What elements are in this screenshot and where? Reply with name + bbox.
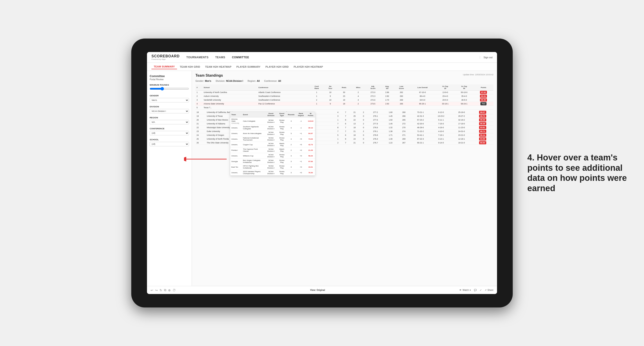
top-nav: SCOREBOARD Powered by clippi TOURNAMENTS…	[147, 52, 497, 63]
tooltip-row: Univers. Amer An Intercollegiate NCAA Di…	[230, 131, 315, 136]
nav-tournaments[interactable]: TOURNAMENTS	[186, 55, 209, 60]
table-row-highlighted: 4 Arizona State University Pac-12 Confer…	[196, 102, 494, 106]
subnav-player-summary[interactable]: PLAYER SUMMARY	[234, 65, 263, 69]
subnav-team-summary[interactable]: TEAM SUMMARY	[152, 64, 177, 69]
sidebar-division-label: Division	[150, 106, 189, 108]
share-label: Share	[488, 289, 494, 291]
nav-items: TOURNAMENTS TEAMS COMMITTEE	[186, 55, 480, 60]
points-value[interactable]: 88.70	[479, 115, 486, 118]
watch-label: Watch	[462, 289, 469, 291]
col-vs-top50: Vs Top50	[454, 84, 474, 91]
sidebar-school-section: School (All)	[150, 139, 189, 146]
points-value[interactable]: 93.31	[480, 95, 487, 98]
table-row: 1 University of North Carolina Atlantic …	[196, 91, 494, 94]
tooltip-table: Team Event Event Division Event Type Rou…	[230, 112, 315, 175]
comment-button[interactable]: 💬	[474, 289, 476, 291]
col-rnds: Rnds	[337, 84, 351, 91]
col-wins: Wins	[351, 84, 365, 91]
sidebar-conference-section: Conference (All) ACC SEC	[150, 128, 189, 135]
filter-region-value: All	[257, 80, 260, 82]
table-row: 5 Texas T...	[196, 106, 494, 110]
points-value[interactable]: 90.30	[480, 98, 487, 102]
points-value[interactable]: 86.14	[479, 134, 486, 137]
filter-gender-value: Men's	[205, 80, 211, 82]
tooltip-col-event-div: Event Division	[265, 112, 277, 117]
points-value[interactable]: 80.94	[479, 141, 486, 144]
filter-region: Region: All	[248, 80, 260, 82]
sidebar-school-label: School	[150, 139, 189, 141]
subnav-team-h2h-heatmap[interactable]: TEAM H2H HEATMAP	[203, 65, 234, 69]
col-low-overall: Low Overall	[409, 84, 436, 91]
standings-table: # School Conference ConfRank NoTour Rnds…	[196, 84, 494, 110]
col-conf-rank: ConfRank	[310, 84, 324, 91]
col-adj-score: Adj.Score	[365, 84, 380, 91]
sidebar-gender-section: Gender Men's Women's	[150, 95, 189, 102]
points-value[interactable]: 88.07	[479, 111, 486, 114]
col-avg-sg: Avg.SG	[381, 84, 394, 91]
share-button[interactable]: ↗ Share	[485, 289, 494, 291]
tooltip-col-rank-impact: Rank Impact	[296, 112, 306, 117]
expand-button[interactable]: ⤢	[480, 289, 482, 291]
col-no-tour: NoTour	[324, 84, 337, 91]
annotation-text: 4. Hover over a team's points to see add…	[527, 153, 635, 193]
col-school: School	[202, 84, 258, 91]
undo-icon[interactable]: ↩	[150, 288, 153, 292]
subnav-team-h2h-grid[interactable]: TEAM H2H GRID	[178, 65, 202, 69]
gender-select[interactable]: Men's Women's	[150, 98, 189, 102]
points-value-active[interactable]: 79.5	[480, 102, 486, 105]
sub-nav: TEAM SUMMARY TEAM H2H GRID TEAM H2H HEAT…	[147, 63, 497, 71]
watch-button[interactable]: 👁 Watch ▾	[459, 289, 471, 291]
eye-icon: 👁	[459, 289, 462, 291]
watch-chevron-icon: ▾	[470, 289, 471, 291]
tooltip-row: Arizona StateUniversity Cato-Collegiate …	[230, 117, 315, 125]
col-points: Points	[474, 84, 494, 91]
more-icon[interactable]: ⊕	[168, 288, 171, 292]
tooltip-row: Georgia Ben Hogan Collegiate Invitationa…	[230, 159, 315, 164]
view-original-label[interactable]: View: Original	[310, 289, 325, 291]
tooltip-row: Univers. National Invitational Tournamen…	[230, 136, 315, 142]
subnav-player-h2h-heatmap[interactable]: PLAYER H2H HEATMAP	[292, 65, 325, 69]
timer-icon[interactable]: ⏱	[172, 288, 176, 292]
school-select[interactable]: (All)	[150, 142, 189, 146]
copy-icon[interactable]: ⧉	[164, 288, 166, 292]
share-icon: ↗	[485, 289, 486, 291]
standings-title: Team Standings	[196, 73, 223, 78]
col-rank: #	[196, 84, 202, 91]
sign-out-button[interactable]: Sign out	[480, 56, 492, 59]
points-value[interactable]: 97.02	[480, 91, 487, 94]
tablet-screen: SCOREBOARD Powered by clippi TOURNAMENTS…	[147, 52, 497, 294]
redo-icon[interactable]: ↪	[155, 288, 158, 292]
tablet-frame: SCOREBOARD Powered by clippi TOURNAMENTS…	[131, 38, 513, 308]
toolbar-left: ↩ ↪ ↻ ⧉ ⊕ ⏱	[150, 288, 176, 292]
sidebar-min-rounds-label: Minimum Rounds	[150, 84, 189, 86]
points-value[interactable]: 83.81	[479, 126, 486, 129]
subnav-player-h2h-grid[interactable]: PLAYER H2H GRID	[263, 65, 291, 69]
division-select[interactable]: NCAA Division I NCAA Division II NCAA Di…	[150, 109, 189, 113]
tooltip-col-rounds: Rounds	[287, 112, 296, 117]
nav-teams[interactable]: TEAMS	[215, 55, 225, 60]
points-value[interactable]: 88.49	[479, 118, 486, 122]
toolbar-right: 👁 Watch ▾ 💬 ⤢ ↗ Share	[459, 289, 494, 291]
region-select[interactable]: N/A All	[150, 120, 189, 124]
sidebar-title: Committee	[150, 74, 189, 78]
filter-row: Gender: Men's Division: NCAA Division I …	[196, 80, 494, 82]
points-value[interactable]: 88.71	[479, 130, 486, 133]
tooltip-col-team: Team	[230, 112, 242, 117]
filter-conference-value: All	[278, 80, 281, 82]
sidebar-subtitle: Portal Review	[150, 78, 189, 81]
sidebar-region-label: Region	[150, 117, 189, 119]
refresh-icon[interactable]: ↻	[160, 288, 162, 292]
filter-division-value: NCAA Division I	[226, 80, 243, 82]
bottom-toolbar: ↩ ↪ ↻ ⧉ ⊕ ⏱ View: Original 👁 Watch ▾ 💬 ⤢…	[147, 286, 497, 294]
points-value[interactable]: 83.89	[479, 137, 486, 141]
points-value[interactable]: 88.48	[479, 122, 486, 125]
min-rounds-slider[interactable]	[150, 87, 189, 91]
sidebar: Committee Portal Review Minimum Rounds G…	[147, 71, 192, 286]
conference-select[interactable]: (All) ACC SEC	[150, 131, 189, 135]
nav-committee[interactable]: COMMITTEE	[232, 55, 249, 60]
sidebar-conference-label: Conference	[150, 128, 189, 130]
tooltip-col-event: Event	[242, 112, 265, 117]
col-vs-top25: Vs Top25	[436, 84, 454, 91]
filter-conference: Conference: All	[264, 80, 281, 82]
tooltip-overlay: Team Event Event Division Event Type Rou…	[230, 112, 315, 176]
